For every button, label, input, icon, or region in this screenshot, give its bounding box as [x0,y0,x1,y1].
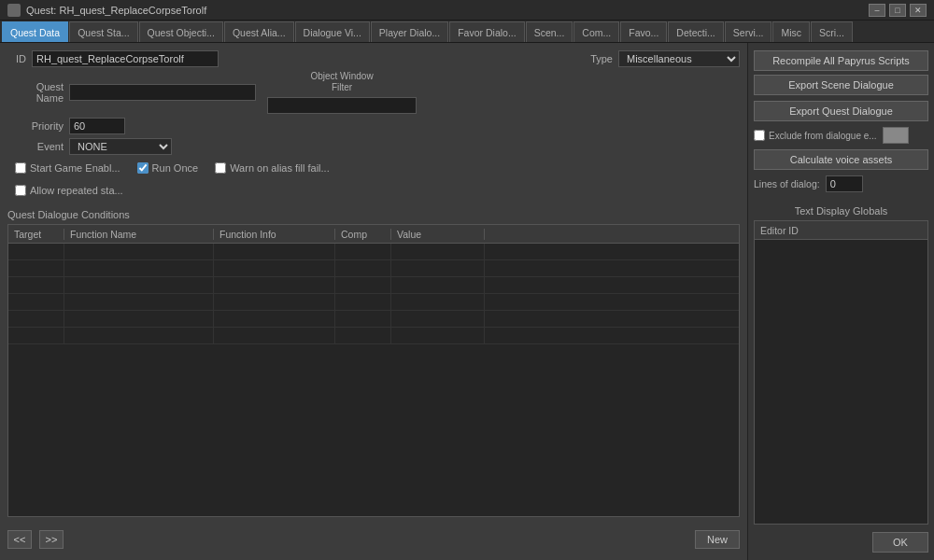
lines-input[interactable] [826,175,863,192]
tab-dialogue-vi[interactable]: Dialogue Vi... [295,21,370,42]
exclude-label: Exclude from dialogue e... [769,131,877,141]
tdg-title: Text Display Globals [754,205,928,217]
conditions-section: Quest Dialogue Conditions Target Functio… [7,209,740,517]
exclude-checkbox[interactable] [754,130,765,141]
next-button[interactable]: >> [39,530,64,549]
allow-repeated-checkbox[interactable] [15,185,26,196]
tab-scen[interactable]: Scen... [526,21,573,42]
owf-section: Object WindowFilter [267,71,417,114]
col-header-value: Value [391,229,485,240]
run-once-checkbox[interactable] [137,162,149,174]
questname-section: Quest Name [7,81,256,104]
id-type-row: ID Type Miscellaneous Main Quest Side Qu… [7,50,740,67]
questname-input[interactable] [69,84,256,101]
title-bar: Quest: RH_quest_ReplaceCorpseTorolf – □ … [0,0,934,21]
export-scene-button[interactable]: Export Scene Dialogue [754,75,928,95]
questname-label: Quest Name [7,81,64,104]
priority-label: Priority [7,120,64,132]
tab-misc[interactable]: Misc [772,21,810,42]
table-row [8,260,739,277]
left-panel: ID Type Miscellaneous Main Quest Side Qu… [0,43,747,560]
tab-favo[interactable]: Favo... [620,21,667,42]
bottom-bar: << >> New [7,526,740,553]
tab-servi[interactable]: Servi... [725,21,772,42]
tab-scri[interactable]: Scri... [811,21,853,42]
tab-quest-objecti[interactable]: Quest Objecti... [139,21,223,42]
event-label: Event [7,141,64,152]
checkbox-row-2: Allow repeated sta... [15,185,740,196]
start-game-checkbox-label[interactable]: Start Game Enabl... [15,162,120,174]
run-once-checkbox-label[interactable]: Run Once [137,162,199,174]
id-section: ID [7,50,566,67]
tab-com[interactable]: Com... [573,21,619,42]
table-header: Target Function Name Function Info Comp … [8,225,739,244]
table-row [8,244,739,260]
calculate-button[interactable]: Calculate voice assets [754,149,928,170]
start-game-checkbox[interactable] [15,162,26,174]
id-label: ID [7,53,26,64]
tab-quest-data[interactable]: Quest Data [2,21,68,42]
allow-repeated-label: Allow repeated sta... [30,185,123,196]
owf-label: Object WindowFilter [310,71,373,93]
tdg-editor-id-header: Editor ID [760,225,799,236]
allow-repeated-checkbox-label[interactable]: Allow repeated sta... [15,185,123,196]
exclude-row: Exclude from dialogue e... [754,127,928,144]
tab-favor-dialo[interactable]: Favor Dialo... [449,21,524,42]
exclude-checkbox-label[interactable]: Exclude from dialogue e... [754,130,877,141]
table-row [8,311,739,328]
prev-button[interactable]: << [7,530,32,549]
priority-input[interactable] [69,118,125,134]
close-button[interactable]: ✕ [910,4,927,17]
warn-alias-label: Warn on alias fill fail... [230,162,330,174]
right-panel: Recompile All Papyrus Scripts Export Sce… [747,43,934,560]
table-row [8,328,739,344]
lines-of-dialog-row: Lines of dialog: [754,175,928,192]
tab-quest-sta[interactable]: Quest Sta... [69,21,137,42]
table-row [8,277,739,294]
start-game-label: Start Game Enabl... [30,162,120,174]
tab-quest-alia[interactable]: Quest Alia... [224,21,294,42]
col-header-funcname: Function Name [64,229,214,240]
col-header-funcinfo: Function Info [214,229,335,240]
warn-alias-checkbox-label[interactable]: Warn on alias fill fail... [215,162,330,174]
type-label: Type [590,53,613,64]
app-icon [7,4,21,17]
table-rows [8,244,739,344]
type-select[interactable]: Miscellaneous Main Quest Side Quest Fact… [618,50,740,67]
text-display-globals-section: Text Display Globals Editor ID [754,205,928,525]
ok-button[interactable]: OK [872,532,928,553]
warn-alias-checkbox[interactable] [215,162,226,174]
new-button[interactable]: New [695,530,740,549]
export-quest-button[interactable]: Export Quest Dialogue [754,101,928,121]
col-header-target: Target [8,229,64,240]
color-swatch [883,127,909,144]
questname-owf-row: Quest Name Object WindowFilter [7,71,740,114]
ok-btn-row: OK [754,528,928,553]
export-quest-exclude-row: Export Quest Dialogue [754,101,928,121]
type-section: Type Miscellaneous Main Quest Side Quest… [590,50,740,67]
window-title: Quest: RH_quest_ReplaceCorpseTorolf [26,5,206,16]
minimize-button[interactable]: – [869,4,885,17]
tab-detecti[interactable]: Detecti... [668,21,723,42]
tab-bar: Quest Data Quest Sta... Quest Objecti...… [0,21,934,43]
run-once-label: Run Once [152,162,199,174]
main-area: ID Type Miscellaneous Main Quest Side Qu… [0,43,934,560]
restore-button[interactable]: □ [889,4,906,17]
checkbox-row-1: Start Game Enabl... Run Once Warn on ali… [15,162,740,174]
conditions-table: Target Function Name Function Info Comp … [7,224,740,517]
tab-player-dialo[interactable]: Player Dialo... [371,21,448,42]
priority-row: Priority [7,118,740,134]
event-row: Event NONE [7,138,740,155]
recompile-button[interactable]: Recompile All Papyrus Scripts [754,50,928,71]
id-input[interactable] [32,50,219,67]
tdg-table: Editor ID [754,220,928,525]
tdg-header: Editor ID [755,221,927,240]
lines-label: Lines of dialog: [754,178,820,189]
table-row [8,294,739,311]
col-header-comp: Comp [335,229,391,240]
conditions-title: Quest Dialogue Conditions [7,209,740,220]
owf-input[interactable] [267,97,417,114]
event-select[interactable]: NONE [69,138,172,155]
